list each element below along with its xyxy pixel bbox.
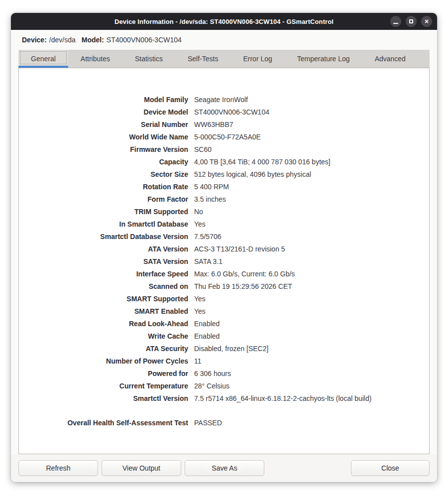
minimize-icon	[393, 23, 398, 24]
general-tab-panel: Model Family Seagate IronWolf Device Mod…	[18, 68, 430, 454]
info-label: World Wide Name	[19, 133, 188, 141]
info-row: Serial Number WW63HBB7	[19, 118, 429, 130]
tab-label: General	[31, 55, 56, 63]
info-row: SATA Version SATA 3.1	[19, 255, 429, 267]
info-value: 3.5 inches	[194, 195, 226, 203]
info-row: ATA Security Disabled, frozen [SEC2]	[19, 342, 429, 355]
info-label: TRIM Supported	[19, 208, 188, 216]
info-label: Current Temperature	[19, 382, 188, 390]
info-row: Interface Speed Max: 6.0 Gb/s, Current: …	[19, 267, 429, 280]
info-label: Model Family	[19, 96, 188, 104]
refresh-button[interactable]: Refresh	[18, 460, 98, 476]
info-value: 5-000C50-F72A5A0E	[194, 133, 261, 141]
info-value: 512 bytes logical, 4096 bytes physical	[194, 170, 311, 178]
info-label: Serial Number	[19, 121, 188, 128]
info-label: Rotation Rate	[19, 183, 188, 191]
info-row: Write Cache Enabled	[19, 330, 429, 342]
info-label: Write Cache	[19, 332, 188, 340]
info-label: Sector Size	[19, 170, 188, 178]
info-value: 28° Celsius	[194, 382, 229, 390]
info-row: In Smartctl Database Yes	[19, 218, 429, 230]
model-value: ST4000VN006-3CW104	[107, 36, 182, 44]
info-value: Max: 6.0 Gb/s, Current: 6.0 Gb/s	[194, 270, 295, 278]
info-value: Enabled	[194, 332, 220, 340]
info-row: TRIM Supported No	[19, 205, 429, 218]
info-row: Firmware Version SC60	[19, 143, 429, 155]
info-label: Number of Power Cycles	[19, 357, 188, 365]
info-label: Powered for	[19, 370, 188, 377]
tab-label: Statistics	[135, 55, 163, 63]
tab-general[interactable]: General	[18, 50, 68, 68]
info-row: Model Family Seagate IronWolf	[19, 93, 429, 106]
tab-temperature-log[interactable]: Temperature Log	[285, 50, 362, 68]
window-controls: ✕	[390, 13, 432, 30]
info-value: Seagate IronWolf	[194, 96, 248, 104]
action-bar: RefreshView OutputSave As Close	[11, 454, 437, 482]
maximize-button[interactable]	[406, 16, 417, 27]
info-label: Read Look-Ahead	[19, 320, 188, 328]
info-label: Smartctl Database Version	[19, 233, 188, 241]
tab-label: Advanced	[375, 55, 406, 63]
info-label: ATA Version	[19, 245, 188, 253]
info-value: Yes	[194, 295, 206, 303]
info-value: Disabled, frozen [SEC2]	[194, 345, 268, 353]
info-value: ST4000VN006-3CW104	[194, 108, 269, 116]
info-value: 11	[194, 357, 202, 365]
info-label: SMART Supported	[19, 295, 188, 303]
window-title: Device Information - /dev/sda: ST4000VN0…	[114, 18, 334, 25]
info-grid: Model Family Seagate IronWolf Device Mod…	[19, 68, 429, 429]
info-value: 4,00 TB [3,64 TiB; 4 000 787 030 016 byt…	[194, 158, 331, 166]
info-row: Capacity 4,00 TB [3,64 TiB; 4 000 787 03…	[19, 155, 429, 168]
info-value: No	[194, 208, 203, 216]
close-dialog-button[interactable]: Close	[351, 460, 430, 476]
info-row: Sector Size 512 bytes logical, 4096 byte…	[19, 168, 429, 180]
model-label: Model:	[82, 36, 104, 44]
tab-strip: GeneralAttributesStatisticsSelf-TestsErr…	[18, 50, 430, 68]
tab-attributes[interactable]: Attributes	[68, 50, 122, 68]
overall-health-row: Overall Health Self-Assessment Test PASS…	[19, 416, 429, 429]
tab-label: Temperature Log	[297, 55, 350, 63]
view-output-button[interactable]: View Output	[102, 460, 181, 476]
save-as-button[interactable]: Save As	[185, 460, 264, 476]
minimize-button[interactable]	[390, 16, 401, 27]
tab-label: Error Log	[243, 55, 272, 63]
info-value: 5 400 RPM	[194, 183, 229, 191]
tab-statistics[interactable]: Statistics	[122, 50, 175, 68]
close-icon: ✕	[424, 19, 429, 24]
info-row: Smartctl Version 7.5 r5714 x86_64-linux-…	[19, 392, 429, 404]
device-label: Device:	[22, 36, 47, 44]
info-value: SATA 3.1	[194, 257, 223, 265]
tab-label: Attributes	[81, 55, 110, 63]
info-row: ATA Version ACS-3 T13/2161-D revision 5	[19, 243, 429, 255]
tab-advanced[interactable]: Advanced	[362, 50, 418, 68]
info-label: In Smartctl Database	[19, 220, 188, 228]
info-value: SC60	[194, 145, 212, 153]
maximize-icon	[409, 19, 413, 23]
tab-error-log[interactable]: Error Log	[230, 50, 284, 68]
device-value: /dev/sda	[49, 36, 76, 44]
action-bar-left: RefreshView OutputSave As	[18, 460, 264, 476]
info-label: SMART Enabled	[19, 307, 188, 315]
tab-self-tests[interactable]: Self-Tests	[175, 50, 230, 68]
info-label: Capacity	[19, 158, 188, 166]
info-value: Yes	[194, 307, 206, 315]
info-value: Yes	[194, 220, 206, 228]
health-status-value: PASSED	[194, 419, 222, 427]
tab-strip-container: GeneralAttributesStatisticsSelf-TestsErr…	[11, 50, 437, 68]
info-row: Current Temperature 28° Celsius	[19, 379, 429, 392]
close-button[interactable]: ✕	[421, 16, 432, 27]
info-row: SMART Supported Yes	[19, 292, 429, 305]
info-label: Firmware Version	[19, 145, 188, 153]
info-value: 7.5/5706	[194, 233, 222, 241]
tab-label: Self-Tests	[188, 55, 218, 63]
info-row: Powered for 6 306 hours	[19, 367, 429, 379]
titlebar[interactable]: Device Information - /dev/sda: ST4000VN0…	[11, 13, 437, 30]
info-row: Smartctl Database Version 7.5/5706	[19, 230, 429, 243]
info-row: Device Model ST4000VN006-3CW104	[19, 106, 429, 118]
info-row: SMART Enabled Yes	[19, 305, 429, 317]
info-label: Scanned on	[19, 282, 188, 290]
info-row: Scanned on Thu Feb 19 15:29:56 2026 CET	[19, 280, 429, 292]
info-value: Thu Feb 19 15:29:56 2026 CET	[194, 282, 292, 290]
info-label: SATA Version	[19, 257, 188, 265]
info-row: Form Factor 3.5 inches	[19, 193, 429, 205]
